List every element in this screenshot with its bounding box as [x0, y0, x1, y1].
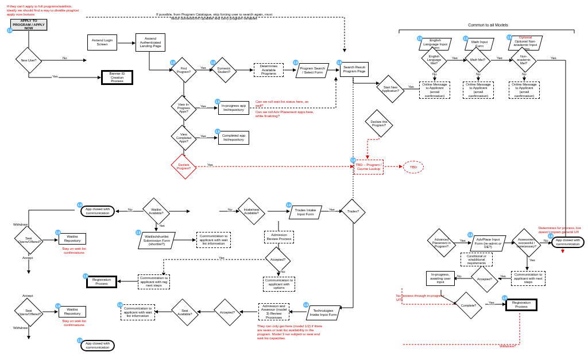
label-yes-2: Yes	[200, 66, 207, 69]
tag-waitlist-form: 1.0	[136, 230, 141, 235]
decision-accepted-bottom: Accepted?	[216, 304, 239, 320]
tag-math: 1.0	[463, 36, 469, 41]
decision-seat-open-1: Seat Opens/Offered?	[17, 231, 40, 249]
tag-reg-l: 1.0	[83, 273, 88, 279]
form-waitlist: Waitlist/shortlist Submission Form (shor…	[138, 232, 176, 249]
decision-intake-avail: Intake/seat Available?	[240, 203, 263, 219]
box-comm-reg-next: Communication to applicant with reg next…	[138, 274, 170, 289]
box-ascend-landing: Ascend Authenticated Landing Page	[136, 33, 165, 52]
box-comm-options: Communication to applicant with options	[263, 277, 295, 292]
label-yes-10: Yes	[158, 224, 165, 227]
decision-view-inprogress: View In-Progress Apps?	[173, 100, 194, 116]
tag-appclosed1: 1.0	[77, 202, 83, 208]
cloud-tbd: TBD	[403, 161, 424, 173]
box-tbd-lookup: TBD – Program / Course Lookup	[354, 160, 384, 175]
label-accept-2: Accept	[22, 294, 33, 297]
tag-find-program: 1.0	[170, 60, 176, 65]
box-admission-review: Admission Review Process	[264, 231, 294, 243]
box-completed-list: Completed app list/repository	[218, 131, 249, 145]
form-english: English Language Input Form	[419, 38, 452, 51]
label-withdraw-2: Withdraw	[13, 326, 28, 330]
label-yes-11: Yes	[328, 208, 335, 211]
terminal-app-closed-2: App closed with communication	[80, 340, 115, 351]
tag-wlrepo2: 1.0	[55, 303, 61, 309]
tag-start: 1.0	[7, 28, 13, 33]
form-program-search: Program Search / Select Form	[296, 63, 330, 78]
box-waitlist-repo-1: Waitlist Repository	[59, 233, 86, 245]
tag-wlrepo1: 1.0	[55, 230, 61, 235]
tag-appclosed2: 1.0	[77, 338, 83, 343]
label-yes-1: Yes	[52, 75, 59, 78]
box-inprog-await: In-progress, awaiting user input	[426, 271, 455, 286]
label-yes-7: Yes	[451, 56, 458, 60]
decision-waitlist-avail: Waitlist Available?	[145, 203, 168, 219]
box-determine-programs: Determines Available Programs	[254, 63, 284, 77]
label-no-7: No	[280, 270, 286, 273]
decision-declare: Declare Program?	[173, 158, 194, 175]
form-trades-intake: Trades Intake Input Form	[289, 206, 322, 219]
box-comm-waitlist: Communication to applicant with wait lis…	[196, 232, 231, 248]
box-ascend-login: Ascend Login Screen	[87, 34, 117, 51]
box-conditional-req: Conditional or w/additional requirements	[461, 253, 493, 266]
label-no-1: No	[62, 56, 68, 60]
tag-tbd: 1.0	[350, 157, 356, 163]
label-yes-16: Yes	[500, 274, 506, 278]
box-inprogress-list: In-progress app list/repository	[218, 101, 249, 115]
label-no-9: No	[457, 274, 462, 278]
tag-search-form: 1.0	[293, 60, 299, 65]
decision-assessment: Assessment successful / unnecessary?	[514, 234, 539, 251]
label-no-2: No	[432, 72, 438, 76]
decision-seat-avail: Seat Available?	[173, 304, 196, 320]
decision-trades: Trades?	[343, 203, 363, 219]
decision-accepted-right: Accepted?	[473, 271, 496, 287]
process-registration-right: Registration Process	[505, 299, 537, 311]
decision-seat-open-2: Seat Opens/Offered?	[17, 303, 40, 322]
process-banner-id: Banner ID Creation Process	[101, 70, 133, 85]
box-waitlist-repo-2: Waitlist Repository	[59, 306, 86, 317]
decision-start-new: Start New Application?	[379, 80, 402, 98]
label-yes-6: Yes	[408, 85, 415, 88]
decision-nonacad-met: Non-academic Met?	[513, 52, 534, 68]
tag-reg-r: 1.0	[502, 295, 508, 301]
page-search-result: Search Result Program Page	[340, 62, 369, 77]
terminal-app-closed-right: App closed with communication	[551, 237, 585, 248]
label-accept-1: Accept	[22, 256, 33, 260]
tag-search-result: 1.0	[336, 60, 342, 65]
tag-appclosed-r: 1.0	[548, 233, 554, 239]
tag-inprog: 1.0	[215, 99, 220, 104]
decision-view-completed: View Completed Apps?	[173, 130, 194, 146]
box-comm-next-right: Communication to applicant with next ste…	[511, 271, 546, 286]
form-adv-place: AdvPlace Input Form (re-admit or DE?)	[470, 235, 506, 251]
label-no-8: No	[543, 239, 549, 242]
box-comm-wait-2: Communication to applicant with wait lis…	[121, 304, 155, 320]
decision-new-user: New User?	[18, 52, 39, 69]
label-yes-12: Yes	[218, 256, 225, 260]
form-math: Math Input Form	[465, 38, 494, 51]
box-msg-english: Online Message to Applicant (email confi…	[419, 82, 450, 99]
label-no-5: No	[127, 208, 133, 211]
decision-math-met: Math Met?	[467, 52, 488, 68]
decision-domestic: Domestic Student?	[214, 62, 234, 78]
box-adm-assessor: Admission and Assessor (model 3) Review …	[258, 303, 289, 320]
label-withdraw-1: Withdraw	[13, 223, 28, 226]
label-yes-3: Yes	[200, 104, 207, 108]
label-yes-14: Yes	[529, 258, 536, 262]
box-msg-math: Online Message to Applicant (email confi…	[463, 82, 494, 99]
terminal-app-closed-1: App closed with communication	[80, 206, 115, 217]
start-apply-now: APPLY TO PROGRAM / APPLY NOW	[10, 19, 47, 30]
tag-advform: 1.0	[467, 232, 473, 238]
label-yes-5: Yes	[207, 163, 214, 166]
label-yes-13: Yes	[459, 239, 466, 242]
tag-complete: 1.0	[215, 129, 220, 134]
tag-nonacad: 1.0	[506, 34, 512, 40]
decision-complete: Complete?	[457, 297, 480, 313]
label-no-3: No	[475, 72, 481, 76]
label-yes-8: Yes	[496, 56, 503, 60]
process-registration-left: Registration Process	[86, 276, 117, 288]
label-yes-9: Yes	[550, 56, 557, 60]
tag-eng: 1.0	[417, 36, 423, 41]
label-yes-4: Yes	[200, 134, 207, 138]
label-no-4: No	[521, 72, 527, 76]
tag-trades-form: 1.0	[286, 202, 292, 208]
decision-find-program: Find Program?	[173, 62, 194, 78]
